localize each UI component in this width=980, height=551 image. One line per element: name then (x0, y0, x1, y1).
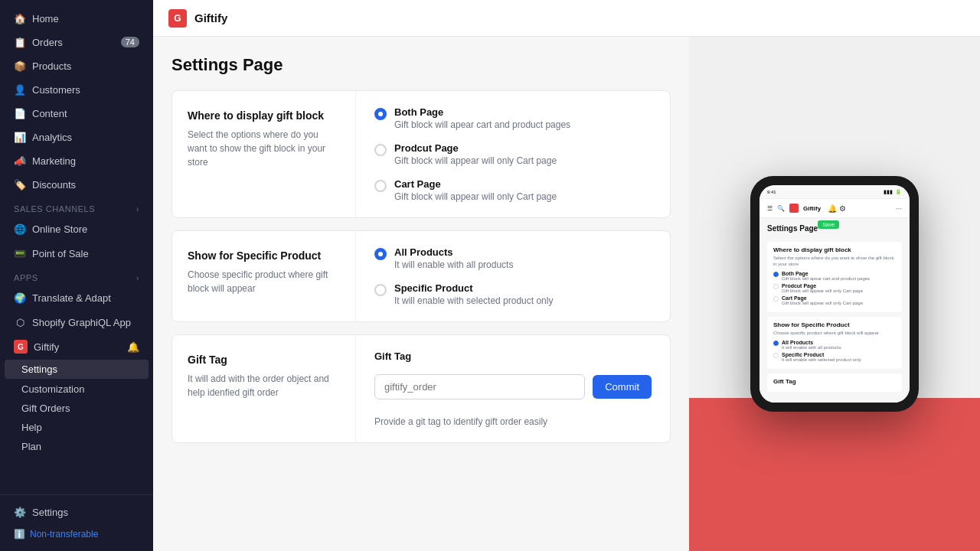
info-icon: ℹ️ (14, 529, 25, 540)
card-desc-display: Select the options where do you want to … (188, 128, 340, 169)
sidebar-item-content[interactable]: 📄 Content (5, 102, 149, 125)
sidebar-item-giftify[interactable]: G Giftify 🔔 (5, 335, 149, 358)
phone-radio-label-both: Both Page (782, 271, 870, 276)
phone-search-icon: 🔍 (777, 205, 785, 212)
point-of-sale-icon: 📟 (14, 247, 26, 259)
preview-bg (689, 398, 980, 551)
non-transferable-item[interactable]: ℹ️ Non-transferable (0, 523, 153, 545)
phone-radio-label-spec: Specific Product (782, 352, 861, 357)
phone-status-bar: 9:41 ▮▮▮ 🔋 (760, 185, 910, 199)
radio-circle-product (374, 144, 387, 156)
phone-topbar: ☰ 🔍 Giftify 🔔 ⚙ ··· (760, 199, 910, 218)
phone-section-3: Gift Tag (767, 373, 902, 392)
phone-radio-circle-spec (773, 353, 779, 358)
sidebar-item-analytics[interactable]: 📊 Analytics (5, 126, 149, 148)
sidebar-bottom-settings[interactable]: ⚙️ Settings (0, 501, 153, 523)
giftify-app-icon: G (14, 340, 28, 354)
radio-desc-specific: It will enable with selected product onl… (394, 295, 553, 306)
phone-menu-icon: ☰ (767, 205, 773, 212)
phone-save-btn[interactable]: Save (818, 220, 839, 229)
phone-radio-both: Both Page Gift block will apear cart and… (773, 271, 896, 281)
radio-product-page[interactable]: Prodcut Page Gift block will appear will… (374, 142, 652, 166)
gift-tag-input[interactable] (374, 374, 585, 399)
orders-badge: 74 (121, 37, 139, 47)
sidebar-item-home[interactable]: 🏠 Home (5, 7, 149, 30)
sales-channels-label: Sales channels › (0, 197, 153, 217)
apps-chevron-icon: › (136, 274, 139, 282)
radio-desc-both: Gift block will apear cart and product p… (394, 119, 570, 130)
phone-time: 9:41 (767, 190, 776, 194)
sidebar-item-translate[interactable]: 🌍 Translate & Adapt (5, 286, 149, 309)
phone-radio-prodcut: Prodcut Page Gift block will appear will… (773, 283, 896, 293)
phone-signal-icon: ▮▮▮ (884, 189, 893, 195)
card-title-display: Where to display gift block (188, 109, 340, 122)
phone-frame: 9:41 ▮▮▮ 🔋 ☰ 🔍 Giftify 🔔 ⚙ ··· (750, 176, 919, 411)
phone-radio-desc-spec: It will enable with selected product onl… (782, 357, 861, 362)
radio-both-page[interactable]: Both Page Gift block will apear cart and… (374, 106, 652, 130)
sidebar-item-graphiql[interactable]: ⬡ Shopify GraphiQL App (5, 311, 149, 334)
specific-product-card: Show for Specific Product Choose specifi… (172, 230, 671, 322)
radio-label-cart: Cart Page (394, 178, 557, 190)
sidebar-sub-help[interactable]: Help (0, 418, 153, 437)
apps-label: Apps › (0, 266, 153, 285)
radio-desc-all: It will enable with all products (394, 259, 513, 270)
sidebar-sub-plan[interactable]: Plan (0, 437, 153, 456)
radio-circle-both (374, 108, 387, 120)
phone-apps-icons: 🔔 ⚙ (828, 204, 846, 213)
phone-section-1-title: Where to display gift block (773, 246, 896, 253)
phone-app-icon (789, 204, 799, 213)
card-left-product: Show for Specific Product Choose specifi… (172, 231, 356, 321)
sidebar-sub-settings[interactable]: Settings (5, 360, 149, 379)
card-left-display: Where to display gift block Select the o… (172, 91, 356, 217)
sidebar-item-orders[interactable]: 📋 Orders 74 (5, 31, 149, 54)
graphiql-icon: ⬡ (14, 316, 26, 328)
radio-label-product: Prodcut Page (394, 142, 557, 154)
radio-desc-cart: Gift block will appear will only Cart pa… (394, 191, 557, 202)
settings-gear-icon: ⚙️ (14, 507, 26, 518)
phone-radio-spec-prod: Specific Product It will enable with sel… (773, 352, 896, 362)
sidebar-bottom: ⚙️ Settings ℹ️ Non-transferable (0, 494, 153, 551)
phone-radio-cart: Cart Page Gift block will appear will on… (773, 295, 896, 305)
sidebar-sub-gift-orders[interactable]: Gift Orders (0, 399, 153, 418)
card-desc-gift-tag: It will add with the order object and he… (188, 372, 340, 399)
sidebar-item-products[interactable]: 📦 Products (5, 54, 149, 77)
phone-radio-circle-all (773, 341, 779, 346)
phone-radio-desc-cart: Gift block will appear will only Cart pa… (782, 301, 863, 305)
main-area: G Giftify Settings Page Where to display… (153, 0, 980, 551)
analytics-icon: 📊 (14, 131, 26, 143)
sidebar-item-customers[interactable]: 👤 Customers (5, 78, 149, 101)
bell-icon: 🔔 (127, 341, 139, 353)
phone-screen: 9:41 ▮▮▮ 🔋 ☰ 🔍 Giftify 🔔 ⚙ ··· (760, 185, 910, 402)
sidebar-item-point-of-sale[interactable]: 📟 Point of Sale (5, 242, 149, 265)
gift-tag-input-row: Commit (374, 374, 652, 399)
phone-radio-desc-prodcut: Gift block will appear will only Cart pa… (782, 289, 863, 293)
topbar-title: Giftify (194, 11, 227, 24)
content-area: Settings Page Where to display gift bloc… (153, 37, 980, 551)
card-right-gift-tag: Gift Tag Commit Provide a git tag to ide… (356, 335, 670, 442)
translate-icon: 🌍 (14, 292, 26, 304)
phone-radio-all-prod: All Products It will enable with all pro… (773, 340, 896, 350)
radio-cart-page[interactable]: Cart Page Gift block will appear will on… (374, 178, 652, 202)
page-title: Settings Page (172, 55, 671, 75)
customers-icon: 👤 (14, 83, 26, 96)
phone-app-title: Giftify (803, 205, 821, 212)
phone-dots: ··· (896, 204, 902, 213)
radio-all-products[interactable]: All Products It will enable with all pro… (374, 246, 652, 270)
card-right-display: Both Page Gift block will apear cart and… (356, 91, 670, 217)
phone-section-1: Where to display gift block Select the o… (767, 242, 902, 312)
chevron-icon: › (136, 205, 139, 214)
topbar-app-icon: G (168, 9, 187, 28)
sidebar-item-marketing[interactable]: 📣 Marketing (5, 149, 149, 172)
sidebar-item-online-store[interactable]: 🌐 Online Store (5, 217, 149, 240)
sidebar-item-discounts[interactable]: 🏷️ Discounts (5, 173, 149, 196)
online-store-icon: 🌐 (14, 223, 26, 235)
commit-button[interactable]: Commit (593, 375, 652, 399)
sidebar-sub-customization[interactable]: Customization (0, 380, 153, 399)
radio-label-specific: Specific Product (394, 282, 553, 294)
settings-panel: Settings Page Where to display gift bloc… (153, 37, 689, 551)
orders-icon: 📋 (14, 36, 26, 48)
phone-radio-circle-cart (773, 296, 779, 302)
radio-specific-product[interactable]: Specific Product It will enable with sel… (374, 282, 652, 306)
phone-preview: 9:41 ▮▮▮ 🔋 ☰ 🔍 Giftify 🔔 ⚙ ··· (689, 37, 980, 551)
discounts-icon: 🏷️ (14, 178, 26, 191)
